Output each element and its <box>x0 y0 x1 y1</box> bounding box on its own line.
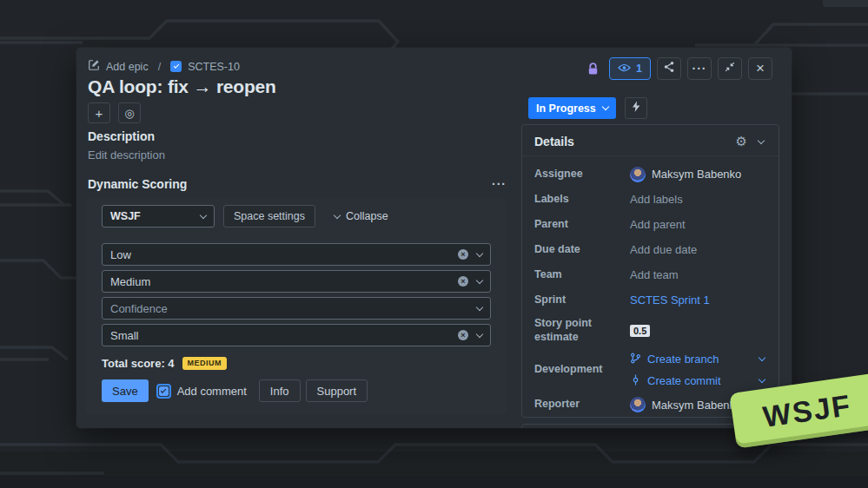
gear-icon[interactable] <box>736 134 747 149</box>
framework-select[interactable]: WSJF <box>102 205 215 228</box>
task-check-icon <box>173 63 178 68</box>
add-button[interactable] <box>88 102 110 123</box>
team-value[interactable]: Add team <box>630 268 766 281</box>
automation-button[interactable] <box>625 97 647 119</box>
info-button[interactable]: Info <box>259 379 301 402</box>
scoring-more-icon[interactable] <box>492 176 507 192</box>
due-date-value[interactable]: Add due date <box>630 243 766 256</box>
development-label: Development <box>534 363 630 377</box>
more-actions-button[interactable] <box>687 57 712 80</box>
dynamic-scoring-panel: WSJF Space settings Collapse Low Medium <box>86 198 507 414</box>
labels-row: Labels Add labels <box>534 187 766 212</box>
avatar <box>630 167 646 182</box>
chevron-down-icon <box>200 211 207 218</box>
description-heading: Description <box>88 129 155 143</box>
details-header[interactable]: Details <box>522 125 779 156</box>
goal-button[interactable] <box>118 102 141 123</box>
issue-dialog: 1 <box>76 48 792 428</box>
assignee-row: Assignee Maksym Babenko <box>534 162 766 187</box>
lightning-icon <box>631 101 641 116</box>
commit-icon <box>630 374 641 388</box>
due-date-row: Due date Add due date <box>534 237 766 262</box>
breadcrumb-separator: / <box>158 61 161 73</box>
scoring-toolbar: WSJF Space settings Collapse <box>102 205 491 228</box>
close-icon <box>756 61 765 76</box>
dynamic-scoring-header: Dynamic Scoring <box>88 176 507 192</box>
description-placeholder[interactable]: Edit description <box>88 148 165 162</box>
confidence-placeholder: Confidence <box>110 302 168 315</box>
breadcrumb: Add epic / SCTES-10 <box>88 59 240 74</box>
chevron-down-icon <box>476 249 483 256</box>
eye-icon <box>618 63 631 75</box>
labels-label: Labels <box>534 193 630 207</box>
framework-value: WSJF <box>110 210 141 222</box>
status-row: In Progress <box>528 97 647 119</box>
space-settings-button[interactable]: Space settings <box>223 205 315 228</box>
parent-row: Parent Add parent <box>534 212 766 237</box>
clear-icon[interactable] <box>458 276 468 287</box>
sprint-value[interactable]: SCTES Sprint 1 <box>630 293 766 307</box>
support-button[interactable]: Support <box>306 379 368 402</box>
create-branch-link[interactable]: Create branch <box>630 353 766 366</box>
score-badge: MEDIUM <box>182 357 228 370</box>
create-commit-link[interactable]: Create commit <box>630 374 766 388</box>
breadcrumb-add-epic[interactable]: Add epic <box>106 61 149 73</box>
chevron-down-icon <box>602 103 609 110</box>
save-button[interactable]: Save <box>102 379 149 402</box>
collapse-toggle[interactable]: Collapse <box>335 210 388 222</box>
assignee-label: Assignee <box>534 168 630 181</box>
breadcrumb-issue-key[interactable]: SCTES-10 <box>188 61 240 73</box>
job-size-select[interactable]: Small <box>102 324 491 346</box>
share-button[interactable] <box>657 57 681 80</box>
development-row: Development Create branch <box>534 349 766 391</box>
issue-title[interactable]: QA loop: fix → reopen <box>88 76 276 97</box>
confidence-select[interactable]: Confidence <box>102 297 491 320</box>
business-value-select[interactable]: Low <box>102 243 491 266</box>
assignee-name: Maksym Babenko <box>652 168 741 181</box>
edit-epic-icon <box>88 59 100 74</box>
quick-actions <box>88 102 141 123</box>
assignee-value[interactable]: Maksym Babenko <box>630 167 766 182</box>
details-panel: Details Assignee Maksym Babenko Labels A… <box>521 124 779 418</box>
clear-icon[interactable] <box>458 249 468 260</box>
story-points-badge: 0.5 <box>630 325 650 337</box>
add-comment-label[interactable]: Add comment <box>177 385 247 398</box>
more-icon <box>692 61 707 76</box>
scoring-buttons: Save Add comment Info Support <box>102 379 491 402</box>
clear-icon[interactable] <box>458 330 468 340</box>
space-settings-label: Space settings <box>234 210 305 222</box>
close-dialog-button[interactable] <box>748 57 772 80</box>
development-links: Create branch Create commit <box>630 353 766 388</box>
unlock-icon[interactable] <box>587 63 599 76</box>
watchers-button[interactable]: 1 <box>609 57 651 80</box>
dynamic-scoring-heading: Dynamic Scoring <box>88 177 187 191</box>
chevron-down-icon[interactable] <box>759 376 765 383</box>
status-label: In Progress <box>536 102 596 115</box>
story-points-value[interactable]: 0.5 <box>630 325 766 337</box>
team-label: Team <box>534 268 630 282</box>
story-points-row: Story point estimate 0.5 <box>534 313 766 349</box>
business-value-value: Low <box>110 248 131 261</box>
due-date-label: Due date <box>534 243 630 257</box>
checkbox-fill <box>159 386 169 396</box>
add-comment-checkbox[interactable] <box>156 384 171 399</box>
labels-value[interactable]: Add labels <box>630 193 766 206</box>
collapse-dialog-button[interactable] <box>718 57 742 80</box>
story-points-label: Story point estimate <box>534 317 630 344</box>
parent-value[interactable]: Add parent <box>630 218 766 231</box>
chevron-down-icon <box>758 136 765 143</box>
branch-icon <box>630 353 641 366</box>
chevron-down-icon <box>476 276 483 283</box>
create-commit-label: Create commit <box>647 374 721 387</box>
time-criticality-value: Medium <box>110 275 150 288</box>
collapse-label: Collapse <box>346 210 388 222</box>
avatar <box>630 397 646 412</box>
chevron-down-icon <box>334 211 341 218</box>
chevron-down-icon[interactable] <box>759 354 765 361</box>
create-branch-label: Create branch <box>647 353 719 366</box>
task-type-icon <box>170 61 182 72</box>
status-dropdown[interactable]: In Progress <box>528 97 616 119</box>
check-icon <box>161 387 166 392</box>
time-criticality-select[interactable]: Medium <box>102 270 491 293</box>
app-background: { "breadcrumb": { "add_epic": "Add epic"… <box>0 0 868 488</box>
